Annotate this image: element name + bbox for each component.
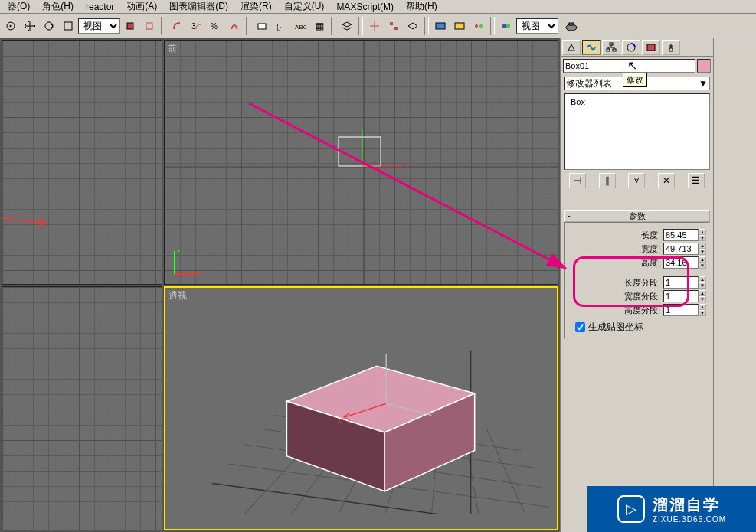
render-view-select[interactable]: 视图 [516, 18, 558, 34]
svg-rect-4 [127, 23, 133, 29]
rotate-icon[interactable] [40, 17, 58, 35]
svg-point-1 [10, 24, 12, 27]
viewport-label: 透视 [169, 289, 187, 302]
command-panel-tabs [561, 38, 713, 57]
wseg-label: 宽度分段: [624, 291, 660, 302]
lseg-spinner[interactable]: ▲▼ [699, 276, 706, 289]
length-input[interactable] [663, 229, 699, 241]
render-type-icon[interactable] [470, 17, 488, 35]
menu-item[interactable]: 图表编辑器(D) [163, 0, 234, 13]
make-unique-icon[interactable]: ∀ [628, 173, 645, 188]
hseg-input[interactable] [663, 304, 699, 316]
svg-text:%: % [211, 22, 218, 31]
menu-item[interactable]: MAXScript(M) [330, 2, 400, 12]
height-input[interactable] [663, 256, 699, 269]
svg-rect-14 [455, 23, 464, 29]
object-name-input[interactable] [563, 59, 695, 73]
render-frame-icon[interactable] [450, 17, 469, 35]
main-toolbar: 视图 3 % {} ABC ▦ 视图 [0, 14, 756, 38]
menu-item[interactable]: 角色(H) [36, 0, 80, 13]
svg-text:{}: {} [277, 23, 281, 31]
menu-item[interactable]: 动画(A) [120, 0, 163, 13]
mirror-icon[interactable]: {} [272, 17, 290, 35]
length-spinner[interactable]: ▲▼ [699, 229, 706, 241]
watermark-logo-icon: ▷ [617, 495, 645, 523]
svg-rect-5 [146, 23, 152, 29]
select-by-name-icon[interactable] [140, 17, 159, 35]
svg-rect-61 [647, 44, 655, 51]
viewport-top[interactable] [2, 40, 162, 285]
quick-render-icon[interactable] [497, 17, 515, 35]
length-label: 长度: [641, 230, 660, 241]
array-icon[interactable]: ▦ [310, 17, 329, 35]
render-setup-icon[interactable] [431, 17, 450, 35]
scale-icon[interactable] [59, 17, 77, 35]
svg-rect-11 [390, 22, 393, 25]
create-tab-icon[interactable] [562, 40, 581, 55]
wseg-spinner[interactable]: ▲▼ [699, 290, 706, 302]
height-label: 高度: [641, 257, 660, 269]
workspace: 前 x x z [0, 38, 756, 532]
utilities-tab-icon[interactable] [662, 40, 680, 55]
lseg-input[interactable] [663, 276, 699, 289]
menu-item[interactable]: 渲染(R) [234, 0, 278, 13]
schematic-view-icon[interactable] [385, 17, 403, 35]
hierarchy-tab-icon[interactable] [602, 40, 620, 55]
width-input[interactable] [663, 243, 699, 255]
width-spinner[interactable]: ▲▼ [699, 243, 706, 255]
named-selection-icon[interactable] [253, 17, 271, 35]
remove-modifier-icon[interactable]: ✕ [658, 173, 675, 188]
width-label: 宽度: [641, 243, 660, 255]
svg-text:x: x [198, 270, 201, 278]
svg-rect-20 [569, 23, 574, 25]
layers-icon[interactable] [338, 17, 356, 35]
gen-uv-label: 生成贴图坐标 [588, 321, 643, 334]
move-icon[interactable] [21, 17, 39, 35]
coord-system-select[interactable]: 视图 [78, 18, 120, 34]
svg-rect-24 [339, 137, 381, 166]
percent-snap-icon[interactable]: % [206, 17, 224, 35]
snap-toggle-icon[interactable] [168, 17, 186, 35]
viewport-perspective[interactable]: 透视 [164, 286, 558, 531]
viewport-front[interactable]: 前 x x z [164, 40, 558, 285]
svg-line-21 [2, 217, 44, 223]
modify-tab-icon[interactable] [582, 40, 601, 55]
watermark-title: 溜溜自学 [653, 494, 726, 515]
selection-lock-icon[interactable] [121, 17, 139, 35]
wseg-input[interactable] [663, 290, 699, 302]
spinner-snap-icon[interactable] [225, 17, 244, 35]
stack-item[interactable]: Box [571, 97, 703, 106]
material-editor-icon[interactable] [404, 17, 422, 35]
show-end-result-icon[interactable]: ∥ [599, 173, 616, 188]
teapot-render-icon[interactable] [559, 17, 584, 35]
curve-editor-icon[interactable] [365, 17, 384, 35]
select-object-icon[interactable] [2, 17, 20, 35]
motion-tab-icon[interactable] [622, 40, 640, 55]
rollout-header[interactable]: - 参数 [564, 210, 710, 222]
menu-bar: 器(O) 角色(H) reactor 动画(A) 图表编辑器(D) 渲染(R) … [0, 0, 756, 14]
svg-rect-13 [436, 23, 445, 29]
menu-item[interactable]: 帮助(H) [400, 0, 443, 13]
svg-rect-53 [610, 43, 613, 45]
modifier-stack[interactable]: Box [564, 93, 710, 170]
svg-point-2 [45, 22, 53, 30]
display-tab-icon[interactable] [642, 40, 660, 55]
menu-item[interactable]: 器(O) [2, 0, 36, 13]
angle-snap-icon[interactable]: 3 [187, 17, 205, 35]
svg-text:x: x [406, 162, 410, 170]
watermark: ▷ 溜溜自学 ZIXUE.3D66.COM [587, 486, 756, 532]
gen-uv-checkbox[interactable] [575, 322, 585, 332]
viewport-container: 前 x x z [0, 38, 560, 532]
pin-stack-icon[interactable]: ⊣ [569, 173, 586, 188]
hseg-spinner[interactable]: ▲▼ [699, 304, 706, 316]
height-spinner[interactable]: ▲▼ [699, 256, 706, 269]
watermark-subtitle: ZIXUE.3D66.COM [653, 515, 726, 524]
svg-rect-54 [607, 49, 610, 51]
configure-sets-icon[interactable]: ☰ [688, 173, 705, 188]
menu-item[interactable]: 自定义(U) [278, 0, 331, 13]
svg-text:3: 3 [191, 22, 196, 31]
menu-item[interactable]: reactor [80, 2, 120, 12]
align-icon[interactable]: ABC [291, 17, 309, 35]
object-color-swatch[interactable] [697, 59, 711, 73]
viewport-left[interactable] [2, 286, 162, 531]
